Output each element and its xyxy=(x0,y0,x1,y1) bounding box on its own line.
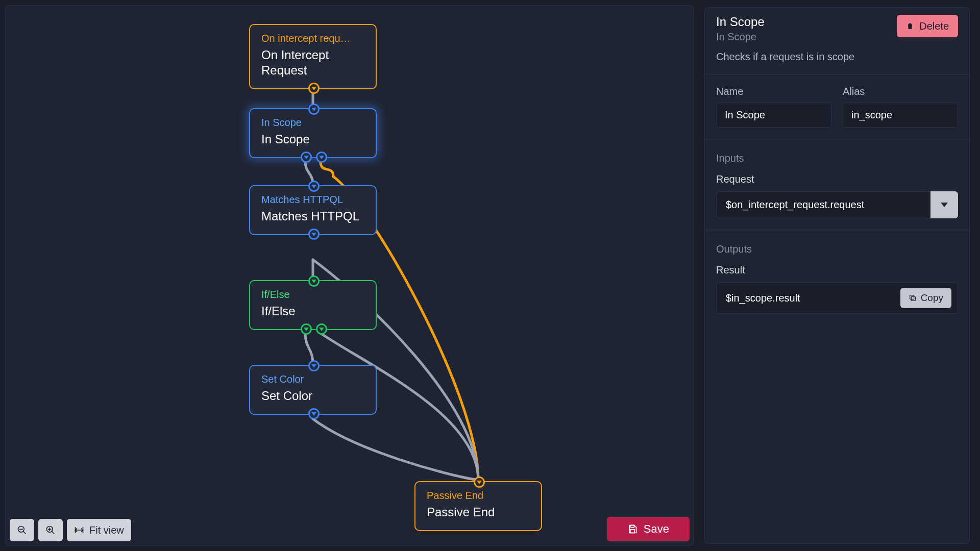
svg-rect-11 xyxy=(630,530,634,533)
save-button[interactable]: Save xyxy=(607,517,690,541)
svg-rect-13 xyxy=(910,295,914,299)
app-root: Fit view Save On intercept requ…On Inter… xyxy=(0,0,980,551)
svg-rect-12 xyxy=(911,296,915,300)
panel-subtitle: In Scope xyxy=(716,31,765,43)
edge xyxy=(321,162,333,177)
node-title: On Intercept Request xyxy=(261,47,364,78)
edge xyxy=(305,333,313,364)
delete-label: Delete xyxy=(919,20,949,32)
result-output-value: $in_scope.result xyxy=(726,292,900,304)
node-title: Set Color xyxy=(261,388,364,404)
node-type-label: On intercept requ… xyxy=(261,32,364,44)
node-input-port[interactable] xyxy=(308,104,320,115)
copy-label: Copy xyxy=(921,292,943,304)
node-title: Passive End xyxy=(427,505,530,520)
divider xyxy=(705,230,969,230)
workflow-node[interactable]: Matches HTTPQLMatches HTTPQL xyxy=(249,185,377,235)
panel-header: In Scope In Scope Delete xyxy=(716,15,958,43)
workflow-node[interactable]: On intercept requ…On Intercept Request xyxy=(249,24,377,89)
node-title: If/Else xyxy=(261,304,364,319)
node-input-port[interactable] xyxy=(308,181,320,192)
node-input-port[interactable] xyxy=(308,360,320,371)
name-input[interactable] xyxy=(716,103,831,128)
node-input-port[interactable] xyxy=(308,276,320,287)
node-type-label: In Scope xyxy=(261,116,364,129)
node-output-port[interactable] xyxy=(301,323,312,335)
workflow-node[interactable]: Set ColorSet Color xyxy=(249,365,377,415)
trash-icon xyxy=(906,21,914,31)
name-field-group: Name xyxy=(716,86,831,128)
request-select-value: $on_intercept_request.request xyxy=(716,191,930,218)
alias-input[interactable] xyxy=(843,103,958,128)
fit-view-button[interactable]: Fit view xyxy=(67,519,131,541)
node-title: In Scope xyxy=(261,132,364,147)
panel-title: In Scope xyxy=(716,15,765,29)
zoom-out-icon xyxy=(17,525,27,535)
workflow-node[interactable]: If/ElseIf/Else xyxy=(249,280,377,330)
zoom-in-button[interactable] xyxy=(38,519,63,541)
panel-header-text: In Scope In Scope xyxy=(716,15,765,43)
node-type-label: If/Else xyxy=(261,288,364,300)
node-output-port[interactable] xyxy=(308,229,320,240)
node-title: Matches HTTPQL xyxy=(261,209,364,224)
fit-view-icon xyxy=(74,525,84,535)
panel-description: Checks if a request is in scope xyxy=(716,51,958,63)
node-output-port[interactable] xyxy=(316,323,327,335)
zoom-in-icon xyxy=(45,525,56,535)
result-output-row: $in_scope.result Copy xyxy=(716,282,958,314)
node-output-port[interactable] xyxy=(301,152,312,163)
divider xyxy=(705,139,969,139)
zoom-out-button[interactable] xyxy=(10,519,34,541)
name-label: Name xyxy=(716,86,831,97)
copy-icon xyxy=(909,294,917,302)
workflow-node[interactable]: In ScopeIn Scope xyxy=(249,108,377,158)
node-output-port[interactable] xyxy=(316,152,327,163)
name-alias-row: Name Alias xyxy=(716,86,958,128)
alias-label: Alias xyxy=(843,86,958,97)
result-label: Result xyxy=(716,264,958,276)
divider xyxy=(705,74,969,74)
delete-button[interactable]: Delete xyxy=(897,15,958,37)
request-select[interactable]: $on_intercept_request.request xyxy=(716,191,958,218)
canvas-wrap: Fit view Save On intercept requ…On Inter… xyxy=(0,0,694,551)
request-label: Request xyxy=(716,173,958,185)
node-output-port[interactable] xyxy=(308,83,320,94)
inputs-section-label: Inputs xyxy=(716,153,958,164)
workflow-canvas[interactable]: Fit view Save On intercept requ…On Inter… xyxy=(5,5,694,546)
fit-view-label: Fit view xyxy=(89,524,124,536)
sidebar: In Scope In Scope Delete Checks if a req… xyxy=(694,0,980,551)
alias-field-group: Alias xyxy=(843,86,958,128)
node-type-label: Passive End xyxy=(427,489,530,502)
node-type-label: Matches HTTPQL xyxy=(261,193,364,206)
save-icon xyxy=(627,524,638,534)
edge xyxy=(313,419,478,480)
svg-line-4 xyxy=(52,532,55,534)
svg-line-1 xyxy=(23,532,26,534)
outputs-section-label: Outputs xyxy=(716,243,958,255)
node-output-port[interactable] xyxy=(308,408,320,419)
chevron-down-icon[interactable] xyxy=(930,191,958,218)
save-label: Save xyxy=(644,522,669,536)
canvas-toolbar: Fit view xyxy=(10,519,131,541)
node-input-port[interactable] xyxy=(474,477,485,488)
workflow-node[interactable]: Passive EndPassive End xyxy=(414,481,542,531)
node-inspector-panel: In Scope In Scope Delete Checks if a req… xyxy=(704,7,970,544)
copy-button[interactable]: Copy xyxy=(900,288,951,308)
node-type-label: Set Color xyxy=(261,373,364,385)
svg-rect-10 xyxy=(631,525,634,528)
